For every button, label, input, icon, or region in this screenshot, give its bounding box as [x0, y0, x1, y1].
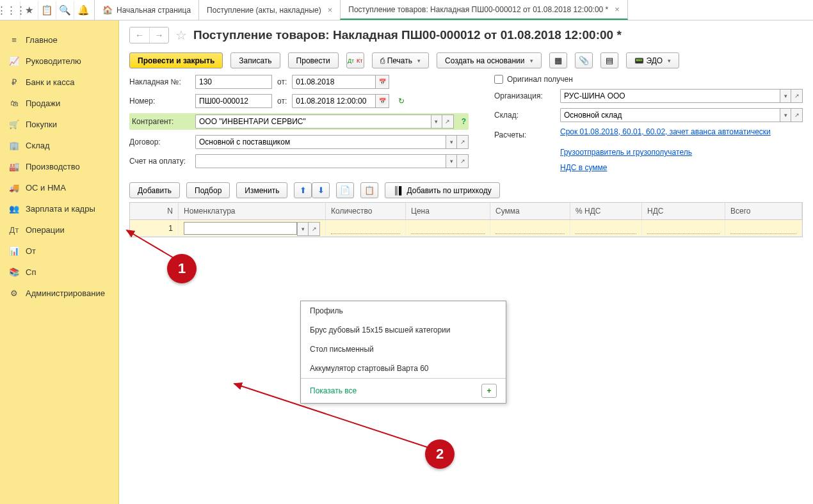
move-up-button[interactable]: ⬆ [294, 182, 312, 198]
nav-arrows: ← → [129, 27, 169, 43]
table-row[interactable]: 1 ▾ ↗ [130, 220, 802, 237]
dropdown-icon[interactable]: ▾ [780, 108, 791, 122]
dtkt-button[interactable]: ДтКт [346, 52, 364, 68]
create-based-button[interactable]: Создать на основании [437, 52, 542, 68]
dropdown-icon[interactable]: ▾ [431, 114, 442, 129]
sidebar-item-catalogs[interactable]: 📚Сп [0, 262, 118, 283]
favorite-icon[interactable]: ☆ [175, 28, 187, 43]
sidebar-item-salary[interactable]: 👥Зарплата и кадры [0, 198, 118, 219]
invoice-no-input[interactable] [195, 75, 272, 89]
contract-input[interactable] [195, 135, 446, 149]
dropdown-item[interactable]: Брус дубовый 15х15 высшей категории [301, 320, 506, 340]
add-new-button[interactable]: + [481, 384, 497, 398]
calendar-icon[interactable]: 📅 [375, 94, 389, 108]
paste-button[interactable]: 📋 [360, 182, 378, 198]
sidebar-label: Склад [26, 141, 50, 150]
number-date-input[interactable] [292, 94, 375, 108]
tab-document[interactable]: Поступление товаров: Накладная ПШ00-0000… [340, 0, 628, 20]
tab-home[interactable]: 🏠 Начальная страница [94, 0, 199, 20]
show-all-link[interactable]: Показать все [310, 386, 357, 395]
cell-qty[interactable] [326, 220, 406, 236]
post-button[interactable]: Провести [288, 52, 339, 68]
structure-button[interactable]: ▦ [549, 52, 567, 68]
sidebar-item-warehouse[interactable]: 🏢Склад [0, 135, 118, 156]
cell-nom[interactable]: ▾ ↗ [179, 220, 326, 236]
print-button[interactable]: Печать [372, 52, 429, 68]
org-input[interactable] [560, 89, 780, 103]
change-button[interactable]: Изменить [236, 182, 287, 198]
move-down-button[interactable]: ⬇ [312, 182, 330, 198]
sidebar-item-production[interactable]: 🏭Производство [0, 156, 118, 177]
close-icon[interactable]: × [615, 4, 620, 14]
open-icon[interactable]: ↗ [442, 114, 454, 129]
col-qty: Количество [326, 203, 406, 219]
close-icon[interactable]: × [328, 5, 333, 15]
sidebar-item-operations[interactable]: ДтОперации [0, 219, 118, 240]
bell-icon[interactable]: 🔔 [74, 1, 92, 19]
calc-link[interactable]: Срок 01.08.2018, 60.01, 60.02, зачет ава… [560, 127, 771, 136]
cell-vat[interactable] [570, 220, 642, 236]
refresh-icon[interactable]: ↻ [398, 97, 405, 106]
shipper-link[interactable]: Грузоотправитель и грузополучатель [560, 148, 692, 157]
number-input[interactable] [195, 94, 272, 108]
cell-vatsum[interactable] [642, 220, 725, 236]
barcode-button[interactable]: ║▌ Добавить по штрихкоду [385, 182, 499, 198]
sidebar-label: Покупки [26, 120, 57, 129]
add-button[interactable]: Добавить [129, 182, 180, 198]
open-icon[interactable]: ↗ [457, 135, 469, 149]
nomenclature-input[interactable] [184, 222, 297, 235]
sidebar-item-assets[interactable]: 🚚ОС и НМА [0, 177, 118, 198]
write-button[interactable]: Записать [230, 52, 280, 68]
sidebar-item-manager[interactable]: 📈Руководителю [0, 51, 118, 72]
cell-price[interactable] [406, 220, 490, 236]
invoice-pay-input[interactable] [195, 154, 446, 168]
warehouse-input[interactable] [560, 108, 780, 122]
attach-button[interactable] [575, 52, 593, 68]
star-icon[interactable]: ★ [20, 1, 38, 19]
list-button[interactable]: ▤ [600, 52, 618, 68]
open-icon[interactable]: ↗ [791, 89, 803, 103]
select-button[interactable]: Подбор [186, 182, 230, 198]
sidebar-item-bank[interactable]: ₽Банк и касса [0, 72, 118, 93]
post-close-button[interactable]: Провести и закрыть [129, 52, 223, 68]
help-icon[interactable]: ? [462, 117, 466, 126]
dropdown-icon[interactable]: ▾ [780, 89, 791, 103]
sidebar-item-reports[interactable]: 📊От [0, 240, 118, 262]
dropdown-icon[interactable]: ▾ [297, 222, 309, 236]
nav-back-button[interactable]: ← [130, 28, 149, 43]
apps-icon[interactable]: ⋮⋮⋮ [3, 1, 20, 19]
clipboard-icon[interactable]: 📋 [38, 1, 56, 19]
open-icon[interactable]: ↗ [791, 108, 803, 122]
invoice-date-input[interactable] [292, 75, 375, 89]
vat-link[interactable]: НДС в сумме [560, 163, 608, 172]
copy-button[interactable]: 📄 [336, 182, 354, 198]
search-icon[interactable]: 🔍 [56, 1, 74, 19]
open-icon[interactable]: ↗ [457, 154, 469, 168]
sidebar-item-purchase[interactable]: 🛒Покупки [0, 114, 118, 135]
open-icon[interactable]: ↗ [309, 222, 320, 236]
sidebar-item-main[interactable]: ≡Главное [0, 29, 118, 51]
sidebar-item-sales[interactable]: 🛍Продажи [0, 93, 118, 114]
cell-n: 1 [130, 220, 179, 236]
tab-receipts[interactable]: Поступление (акты, накладные) × [198, 0, 341, 20]
sidebar-label: От [26, 246, 36, 256]
nav-fwd-button[interactable]: → [149, 28, 168, 43]
dropdown-icon[interactable]: ▾ [446, 135, 457, 149]
nomenclature-dropdown: Профиль Брус дубовый 15х15 высшей катего… [300, 301, 506, 404]
ruble-icon: ₽ [9, 77, 19, 87]
calendar-icon[interactable]: 📅 [375, 75, 389, 89]
original-checkbox-input[interactable] [494, 75, 503, 84]
cell-sum[interactable] [490, 220, 570, 236]
top-toolbar: ⋮⋮⋮ ★ 📋 🔍 🔔 🏠 Начальная страница Поступл… [0, 0, 813, 20]
col-vatsum: НДС [642, 203, 725, 219]
dropdown-item[interactable]: Стол письменный [301, 340, 506, 359]
sidebar-item-admin[interactable]: ⚙Администрирование [0, 283, 118, 304]
counterparty-input[interactable] [195, 114, 431, 129]
col-vat: % НДС [570, 203, 642, 219]
dropdown-icon[interactable]: ▾ [446, 154, 457, 168]
original-checkbox[interactable]: Оригинал получен [494, 75, 573, 84]
dropdown-item[interactable]: Профиль [301, 301, 506, 320]
cell-total[interactable] [725, 220, 802, 236]
edo-button[interactable]: 📟 ЭДО [626, 52, 680, 68]
dropdown-item[interactable]: Аккумулятор стартовый Варта 60 [301, 359, 506, 378]
